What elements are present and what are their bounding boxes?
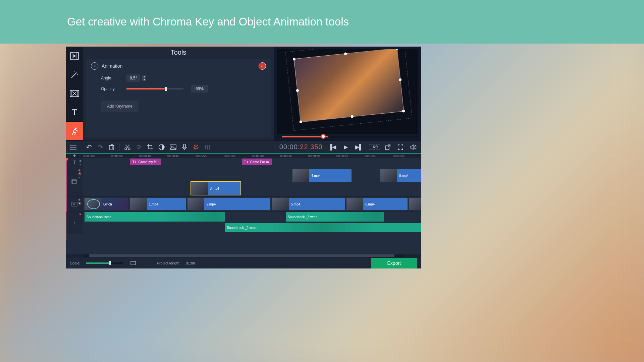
main-track-head[interactable]: ◉🔇 bbox=[66, 197, 83, 211]
music-icon: ♪ bbox=[73, 220, 76, 226]
aspect-ratio[interactable]: 16:9 bbox=[369, 144, 380, 150]
mute-icon[interactable]: ✖ bbox=[79, 213, 82, 216]
scale-slider[interactable] bbox=[86, 262, 123, 264]
add-track-button[interactable]: + bbox=[66, 154, 83, 158]
popout-icon bbox=[385, 144, 390, 150]
link-icon[interactable]: ⚭ bbox=[78, 176, 82, 179]
preview-progress[interactable] bbox=[277, 136, 418, 138]
back-button[interactable]: « bbox=[91, 62, 98, 70]
video-clip[interactable] bbox=[409, 198, 421, 210]
timeline-ruler[interactable]: + 00:00:0000:00:0500:00:1000:00:1500:00:… bbox=[66, 153, 421, 158]
audio-clip[interactable]: Soundtrack _2.wma bbox=[225, 223, 421, 232]
transitions-tab[interactable] bbox=[66, 84, 83, 103]
fullscreen-icon bbox=[398, 144, 403, 150]
media-tab[interactable] bbox=[66, 47, 83, 65]
animation-tab[interactable] bbox=[66, 122, 83, 140]
filters-tab[interactable] bbox=[66, 65, 83, 84]
svg-marker-3 bbox=[73, 54, 76, 58]
overlay-track: ◉🔇⚭ 3.mp44.mp48.mp4 bbox=[66, 167, 421, 197]
prev-frame-button[interactable]: ▐◀ bbox=[327, 142, 337, 152]
cut-button[interactable] bbox=[122, 142, 132, 152]
eye-icon[interactable]: ◉ bbox=[78, 198, 82, 201]
video-clip[interactable]: 8.mp4 bbox=[380, 169, 421, 182]
effect-clip[interactable]: Glitch bbox=[85, 198, 128, 210]
angle-input[interactable]: 8,5° bbox=[126, 74, 140, 82]
svg-marker-43 bbox=[73, 203, 75, 205]
list-icon bbox=[70, 144, 76, 150]
clip-label: 6.mp4 bbox=[365, 202, 375, 206]
timeline-scrollbar[interactable] bbox=[83, 254, 404, 257]
video-clip[interactable]: 1.mp4 bbox=[130, 198, 186, 210]
popout-button[interactable] bbox=[383, 142, 393, 152]
list-view-button[interactable] bbox=[68, 142, 78, 152]
settings-button[interactable] bbox=[191, 142, 201, 152]
ruler-tick: 00:00:00 bbox=[83, 154, 95, 158]
preview-canvas[interactable] bbox=[277, 49, 418, 134]
scissors-icon bbox=[124, 144, 130, 150]
preview-clip[interactable] bbox=[294, 49, 404, 122]
overlay-track-head[interactable]: ◉🔇⚭ bbox=[66, 167, 83, 196]
tool-category-tabs: T bbox=[66, 47, 83, 140]
apply-button[interactable]: ✓ bbox=[259, 62, 266, 70]
svg-rect-36 bbox=[207, 147, 208, 148]
eye-icon[interactable]: ◉ bbox=[78, 169, 82, 172]
preview-panel bbox=[274, 47, 421, 140]
overlay-icon bbox=[71, 179, 77, 185]
color-button[interactable] bbox=[157, 142, 167, 152]
angle-stepper[interactable]: ▲▼ bbox=[142, 75, 146, 81]
rotate-button[interactable]: ⟳ bbox=[134, 142, 144, 152]
crop-button[interactable] bbox=[145, 142, 155, 152]
tools-panel: Tools « Animation ✓ Angle: 8,5° ▲▼ bbox=[83, 47, 274, 140]
svg-rect-30 bbox=[183, 144, 185, 148]
video-clip[interactable]: 3.mp4 bbox=[191, 181, 241, 195]
wand-icon bbox=[70, 70, 79, 79]
link-icon[interactable]: ⚭ bbox=[79, 163, 82, 166]
video-clip[interactable]: 5.mp4 bbox=[272, 198, 345, 210]
video-clip[interactable]: 2.mp4 bbox=[187, 198, 270, 210]
contrast-icon bbox=[159, 144, 165, 150]
scale-label: Scale: bbox=[70, 261, 80, 265]
volume-button[interactable] bbox=[408, 142, 418, 152]
add-keyframe-button[interactable]: Add Keyframe bbox=[101, 101, 139, 112]
section-title: Animation bbox=[102, 63, 122, 69]
title-clip[interactable]: TᴛGame For m bbox=[242, 159, 272, 165]
opacity-slider[interactable] bbox=[126, 88, 183, 89]
title-clip[interactable]: TᴛGame my fa bbox=[130, 159, 161, 165]
ruler-tick: 00:00:10 bbox=[139, 154, 151, 158]
opacity-value: 69% bbox=[191, 85, 208, 93]
mic-button[interactable] bbox=[179, 142, 190, 152]
export-button[interactable]: Export bbox=[371, 258, 417, 268]
eye-icon[interactable]: ◉ bbox=[79, 159, 82, 162]
svg-point-31 bbox=[195, 146, 197, 148]
redo-button[interactable]: ↷ bbox=[95, 142, 105, 152]
undo-icon: ↶ bbox=[86, 143, 92, 151]
ruler-tick: 00:00:40 bbox=[308, 154, 320, 158]
mute-icon[interactable]: 🔇 bbox=[78, 202, 82, 205]
playhead[interactable] bbox=[66, 158, 66, 240]
trash-icon bbox=[109, 144, 114, 150]
audio-track: ♪ ✖ Soundtrack.wmaSoundtrack _3.wmaSound… bbox=[66, 212, 421, 234]
delete-button[interactable] bbox=[107, 142, 117, 152]
main-video-track: ◉🔇 Glitch1.mp42.mp45.mp46.mp4 bbox=[66, 197, 421, 212]
chevron-left-icon: « bbox=[94, 64, 96, 68]
image-button[interactable] bbox=[168, 142, 178, 152]
audio-clip[interactable]: Soundtrack _3.wma bbox=[286, 212, 384, 222]
titles-tab[interactable]: T bbox=[66, 103, 83, 122]
fullscreen-button[interactable] bbox=[395, 142, 406, 152]
mute-icon[interactable]: 🔇 bbox=[78, 172, 82, 175]
video-clip[interactable]: 4.mp4 bbox=[292, 169, 352, 182]
animation-settings: « Animation ✓ Angle: 8,5° ▲▼ Opacity: bbox=[86, 59, 271, 137]
clip-label: Soundtrack.wma bbox=[87, 215, 111, 219]
ruler-tick: 00:00:15 bbox=[167, 154, 179, 158]
skip-forward-icon: ▶▌ bbox=[355, 144, 363, 150]
undo-button[interactable]: ↶ bbox=[84, 142, 94, 152]
title-track-head[interactable]: T ◉⚭ bbox=[66, 158, 83, 167]
equalizer-button[interactable] bbox=[202, 142, 212, 152]
speaker-icon bbox=[410, 144, 417, 150]
audio-track-head[interactable]: ♪ ✖ bbox=[66, 212, 83, 234]
video-clip[interactable]: 6.mp4 bbox=[346, 198, 407, 210]
play-button[interactable]: ▶ bbox=[341, 142, 351, 152]
audio-clip[interactable]: Soundtrack.wma bbox=[85, 212, 225, 222]
fit-timeline-button[interactable] bbox=[128, 258, 138, 268]
next-frame-button[interactable]: ▶▌ bbox=[354, 142, 364, 152]
